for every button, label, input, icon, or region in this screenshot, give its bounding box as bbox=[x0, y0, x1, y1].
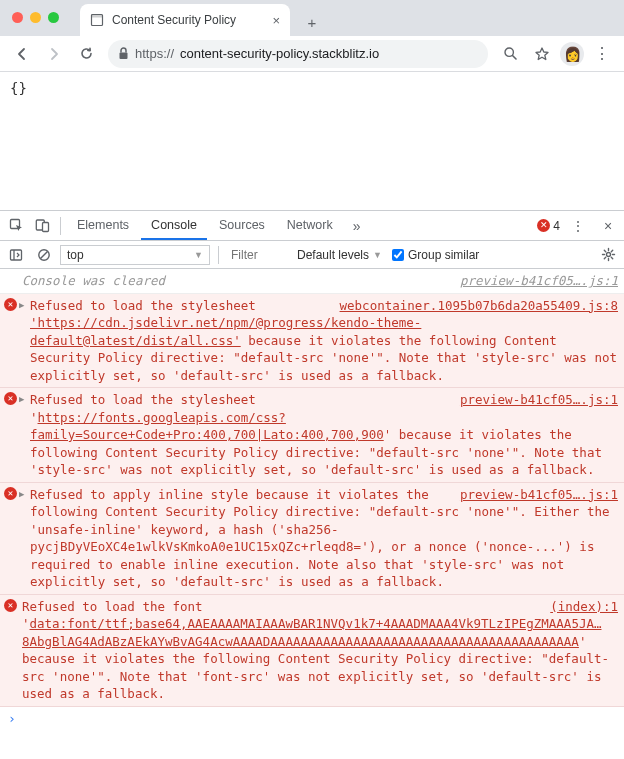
svg-point-12 bbox=[606, 253, 610, 257]
close-tab-button[interactable]: × bbox=[272, 13, 280, 28]
msg-link[interactable]: data:font/ttf;base64,AAEAAAAMAIAAAwBAR1N… bbox=[22, 616, 601, 649]
svg-rect-7 bbox=[42, 223, 48, 232]
svg-rect-8 bbox=[11, 250, 22, 260]
console-prompt[interactable]: › bbox=[0, 707, 624, 730]
svg-line-4 bbox=[512, 56, 516, 60]
context-selector[interactable]: top ▼ bbox=[60, 245, 210, 265]
msg-pre: Refused to load the stylesheet bbox=[30, 298, 256, 313]
browser-toolbar: https://content-security-policy.stackbli… bbox=[0, 36, 624, 72]
svg-rect-1 bbox=[92, 15, 103, 18]
new-tab-button[interactable]: + bbox=[298, 8, 326, 36]
chevron-down-icon: ▼ bbox=[373, 250, 382, 260]
device-toggle-icon[interactable] bbox=[30, 214, 54, 238]
expand-icon[interactable]: ▶ bbox=[19, 488, 24, 501]
svg-line-11 bbox=[41, 251, 48, 258]
error-count-badge[interactable]: ✕ 4 bbox=[537, 219, 560, 233]
error-count: 4 bbox=[553, 219, 560, 233]
svg-rect-2 bbox=[120, 53, 128, 60]
tab-title: Content Security Policy bbox=[112, 13, 236, 27]
clear-console-icon[interactable] bbox=[32, 243, 56, 267]
error-icon: ✕ bbox=[537, 219, 550, 232]
log-levels-selector[interactable]: Default levels ▼ bbox=[291, 245, 388, 265]
chevron-down-icon: ▼ bbox=[194, 250, 203, 260]
window-controls bbox=[12, 12, 59, 23]
group-similar-checkbox[interactable]: Group similar bbox=[392, 248, 479, 262]
close-window-button[interactable] bbox=[12, 12, 23, 23]
group-similar-input[interactable] bbox=[392, 249, 404, 261]
browser-menu-button[interactable]: ⋮ bbox=[588, 40, 616, 68]
address-bar[interactable]: https://content-security-policy.stackbli… bbox=[108, 40, 488, 68]
console-info-row: preview-b41cf05….js:1 Console was cleare… bbox=[0, 269, 624, 294]
browser-tabstrip: Content Security Policy × + bbox=[0, 0, 624, 36]
bookmark-button[interactable] bbox=[528, 40, 556, 68]
console-sidebar-toggle-icon[interactable] bbox=[4, 243, 28, 267]
console-error-row: ✕ (index):1 Refused to load the font 'da… bbox=[0, 595, 624, 707]
minimize-window-button[interactable] bbox=[30, 12, 41, 23]
zoom-button[interactable] bbox=[496, 40, 524, 68]
filter-input[interactable] bbox=[227, 245, 287, 265]
source-link[interactable]: preview-b41cf05….js:1 bbox=[460, 486, 618, 504]
devtools-menu-button[interactable]: ⋮ bbox=[566, 214, 590, 238]
source-link[interactable]: preview-b41cf05….js:1 bbox=[460, 391, 618, 409]
separator bbox=[218, 246, 219, 264]
tab-network[interactable]: Network bbox=[277, 211, 343, 240]
inspect-element-icon[interactable] bbox=[4, 214, 28, 238]
levels-label: Default levels bbox=[297, 248, 369, 262]
error-icon: ✕ bbox=[4, 392, 17, 405]
page-favicon-icon bbox=[90, 13, 104, 27]
console-filter-bar: top ▼ Default levels ▼ Group similar bbox=[0, 241, 624, 269]
url-protocol: https:// bbox=[135, 46, 174, 61]
source-link[interactable]: (index):1 bbox=[550, 598, 618, 616]
page-body-text: {} bbox=[10, 80, 27, 96]
console-cleared-text: Console was cleared bbox=[22, 273, 165, 288]
tabs-overflow-button[interactable]: » bbox=[345, 214, 369, 238]
tab-sources[interactable]: Sources bbox=[209, 211, 275, 240]
page-viewport: {} bbox=[0, 72, 624, 210]
error-icon: ✕ bbox=[4, 599, 17, 612]
profile-avatar[interactable]: 👩 bbox=[560, 42, 584, 66]
devtools-panel: Elements Console Sources Network » ✕ 4 ⋮… bbox=[0, 210, 624, 759]
console-error-row: ✕ ▶ preview-b41cf05….js:1 Refused to loa… bbox=[0, 388, 624, 483]
lock-icon bbox=[118, 47, 129, 60]
console-output: preview-b41cf05….js:1 Console was cleare… bbox=[0, 269, 624, 759]
error-icon: ✕ bbox=[4, 298, 17, 311]
console-settings-icon[interactable] bbox=[596, 243, 620, 267]
console-error-row: ✕ ▶ webcontainer.1095b07b6da20a55409.js:… bbox=[0, 294, 624, 389]
expand-icon[interactable]: ▶ bbox=[19, 299, 24, 312]
maximize-window-button[interactable] bbox=[48, 12, 59, 23]
devtools-close-button[interactable]: × bbox=[596, 214, 620, 238]
forward-button[interactable] bbox=[40, 40, 68, 68]
tab-elements[interactable]: Elements bbox=[67, 211, 139, 240]
devtools-tabbar: Elements Console Sources Network » ✕ 4 ⋮… bbox=[0, 211, 624, 241]
url-host: content-security-policy.stackblitz.io bbox=[180, 46, 379, 61]
source-link[interactable]: webcontainer.1095b07b6da20a55409.js:8 bbox=[340, 297, 618, 315]
reload-button[interactable] bbox=[72, 40, 100, 68]
back-button[interactable] bbox=[8, 40, 36, 68]
msg-link[interactable]: https://fonts.googleapis.com/css?family=… bbox=[30, 410, 384, 443]
group-similar-label: Group similar bbox=[408, 248, 479, 262]
context-value: top bbox=[67, 248, 84, 262]
separator bbox=[60, 217, 61, 235]
error-icon: ✕ bbox=[4, 487, 17, 500]
source-link[interactable]: preview-b41cf05….js:1 bbox=[460, 272, 618, 290]
browser-tab[interactable]: Content Security Policy × bbox=[80, 4, 290, 36]
console-error-row: ✕ ▶ preview-b41cf05….js:1 Refused to app… bbox=[0, 483, 624, 595]
tab-console[interactable]: Console bbox=[141, 211, 207, 240]
expand-icon[interactable]: ▶ bbox=[19, 393, 24, 406]
